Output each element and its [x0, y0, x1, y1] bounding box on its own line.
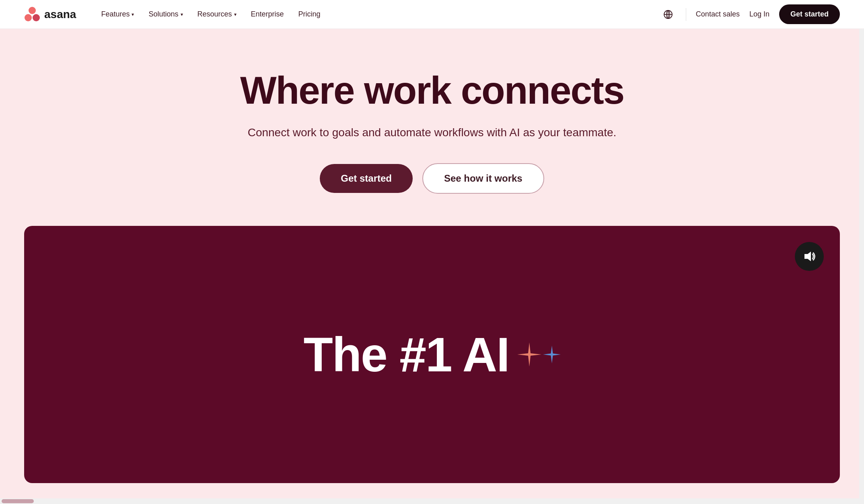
svg-point-2 — [33, 14, 40, 21]
chevron-down-icon: ▾ — [181, 12, 183, 17]
hero-section: Where work connects Connect work to goal… — [0, 29, 864, 226]
sparkles-icon — [517, 342, 561, 367]
nav-link-pricing[interactable]: Pricing — [293, 7, 326, 22]
get-started-hero-button[interactable]: Get started — [320, 164, 413, 193]
nav-link-resources[interactable]: Resources ▾ — [192, 7, 242, 22]
brand-name: asana — [44, 8, 76, 21]
navbar-right: Contact sales Log In Get started — [660, 4, 840, 24]
audio-toggle-button[interactable] — [795, 242, 824, 271]
navbar-divider — [686, 8, 686, 21]
hero-subtitle: Connect work to goals and automate workf… — [24, 126, 840, 139]
get-started-nav-button[interactable]: Get started — [779, 4, 840, 24]
bottom-scrollbar — [0, 498, 859, 504]
nav-link-features[interactable]: Features ▾ — [95, 7, 140, 22]
nav-links: Features ▾ Solutions ▾ Resources ▾ Enter… — [95, 7, 326, 22]
login-link[interactable]: Log In — [749, 10, 769, 18]
see-how-it-works-button[interactable]: See how it works — [422, 163, 544, 194]
video-container[interactable]: The #1 AI — [24, 226, 840, 483]
globe-icon — [663, 10, 673, 19]
svg-point-1 — [25, 14, 32, 21]
nav-link-solutions[interactable]: Solutions ▾ — [143, 7, 188, 22]
volume-icon — [803, 250, 816, 263]
svg-marker-7 — [804, 252, 811, 261]
scrollbar-track — [859, 0, 864, 504]
svg-point-0 — [29, 7, 36, 14]
asana-logo-icon — [24, 6, 40, 23]
logo[interactable]: asana — [24, 6, 76, 23]
video-section: The #1 AI — [0, 226, 864, 504]
navbar-left: asana Features ▾ Solutions ▾ Resources ▾… — [24, 6, 326, 23]
sparkle-pink-icon — [517, 342, 541, 367]
nav-link-enterprise[interactable]: Enterprise — [245, 7, 290, 22]
hero-buttons: Get started See how it works — [24, 163, 840, 194]
video-text: The #1 AI — [303, 327, 560, 382]
bottom-scrollbar-thumb[interactable] — [2, 499, 34, 503]
contact-sales-link[interactable]: Contact sales — [696, 10, 740, 18]
sparkle-blue-icon — [543, 346, 561, 363]
chevron-down-icon: ▾ — [234, 12, 237, 17]
chevron-down-icon: ▾ — [132, 12, 134, 17]
language-selector-button[interactable] — [660, 6, 676, 23]
navbar: asana Features ▾ Solutions ▾ Resources ▾… — [0, 0, 864, 29]
hero-title: Where work connects — [24, 69, 840, 112]
